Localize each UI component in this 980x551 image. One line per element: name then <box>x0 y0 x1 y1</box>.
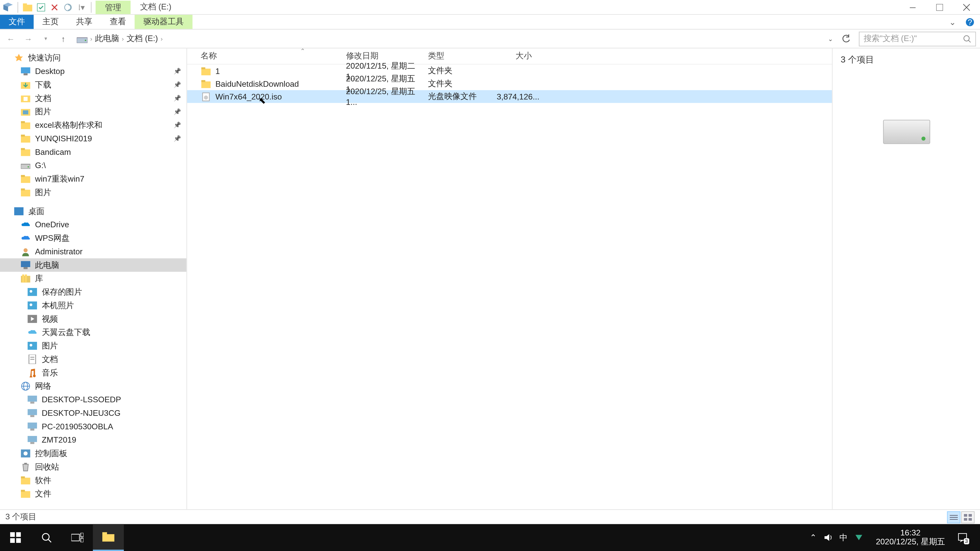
nav-item-desktop-lssoedp[interactable]: DESKTOP-LSSOEDP <box>0 393 186 407</box>
breadcrumb-root[interactable]: 此电脑 <box>95 33 119 44</box>
ribbon-view[interactable]: 查看 <box>101 15 135 29</box>
nav-item-win7-win7[interactable]: win7重装win7 <box>0 172 186 186</box>
nav-item--[interactable]: 文档 <box>0 353 186 366</box>
refresh-button[interactable] <box>837 34 855 43</box>
nav-item--[interactable]: 图片📌 <box>0 105 186 118</box>
nav-item--[interactable]: 文档📌 <box>0 92 186 105</box>
up-button[interactable]: ↑ <box>57 34 70 43</box>
nav-item-bandicam[interactable]: Bandicam <box>0 145 186 159</box>
search-button[interactable] <box>31 524 62 551</box>
qat-close-icon[interactable] <box>49 2 60 13</box>
close-button[interactable] <box>953 0 980 14</box>
tray-app-icon[interactable] <box>854 533 864 542</box>
nav-item-desktop-njeu3cg[interactable]: DESKTOP-NJEU3CG <box>0 407 186 420</box>
ribbon-home[interactable]: 主页 <box>34 15 67 29</box>
minimize-button[interactable]: ─ <box>899 0 926 14</box>
nav-item--[interactable]: 天翼云盘下载 <box>0 326 186 339</box>
nav-item-wps-[interactable]: WPS网盘 <box>0 231 186 245</box>
breadcrumb[interactable]: › 此电脑 › 文档 (E:) › <box>74 33 824 44</box>
col-size[interactable]: 大小 <box>496 51 537 62</box>
navigation-pane[interactable]: 快速访问Desktop📌下载📌文档📌图片📌excel表格制作求和📌YUNQISH… <box>0 48 187 510</box>
svg-point-40 <box>30 303 32 306</box>
iso-icon <box>200 91 211 102</box>
col-date[interactable]: 修改日期 <box>346 51 428 62</box>
help-icon[interactable]: ? <box>960 17 980 27</box>
ribbon-drive-tools[interactable]: 驱动器工具 <box>135 15 192 29</box>
cloud-icon <box>27 327 38 338</box>
nav-item--[interactable]: 库 <box>0 272 186 285</box>
taskbar-clock[interactable]: 16:32 2020/12/25, 星期五 <box>870 529 950 546</box>
nav-item--[interactable]: 图片 <box>0 186 186 199</box>
tray-chevron-icon[interactable]: ⌃ <box>810 533 816 542</box>
nav-item-yunqishi2019[interactable]: YUNQISHI2019📌 <box>0 132 186 145</box>
qat-folder-icon[interactable] <box>22 2 33 13</box>
nav-item--[interactable]: 控制面板 <box>0 447 186 460</box>
maximize-button[interactable] <box>926 0 953 14</box>
nav-item-pc-20190530obla[interactable]: PC-20190530OBLA <box>0 420 186 433</box>
folder-icon <box>20 489 31 499</box>
breadcrumb-drive[interactable]: 文档 (E:) <box>127 33 158 44</box>
col-name[interactable]: 名称⌃ <box>198 51 346 62</box>
nav-item-g-[interactable]: G:\ <box>0 159 186 172</box>
nav-item-zmt2019[interactable]: ZMT2019 <box>0 433 186 447</box>
task-view-button[interactable] <box>62 524 93 551</box>
nav-item-onedrive[interactable]: OneDrive <box>0 218 186 232</box>
volume-icon[interactable] <box>823 533 833 542</box>
nav-item--[interactable]: 回收站 <box>0 460 186 474</box>
svg-rect-80 <box>10 538 15 543</box>
ime-indicator[interactable]: 中 <box>839 532 848 543</box>
window-title: 文档 (E:) <box>130 0 181 14</box>
search-input[interactable]: 搜索"文档 (E:)" <box>859 32 976 46</box>
file-row[interactable]: BaiduNetdiskDownload2020/12/25, 星期五 1...… <box>187 77 832 90</box>
svg-point-31 <box>24 248 27 252</box>
star-icon <box>14 52 24 63</box>
ribbon-share[interactable]: 共享 <box>67 15 101 29</box>
notifications-button[interactable]: 3 <box>957 532 968 543</box>
nav-item-excel-[interactable]: excel表格制作求和📌 <box>0 118 186 132</box>
nav-item--[interactable]: 桌面 <box>0 205 186 218</box>
col-type[interactable]: 类型 <box>428 51 496 62</box>
view-details-button[interactable] <box>947 511 961 523</box>
nav-item--[interactable]: 本机照片 <box>0 299 186 312</box>
view-large-button[interactable] <box>961 511 975 523</box>
address-dropdown-icon[interactable]: ⌄ <box>828 35 833 42</box>
file-row[interactable]: Win7x64_2020.iso2020/12/25, 星期五 1...光盘映像… <box>187 90 832 103</box>
chevron-right-icon[interactable]: › <box>90 35 92 42</box>
status-item-count: 3 个项目 <box>5 511 36 523</box>
svg-rect-81 <box>16 538 21 543</box>
start-button[interactable] <box>0 524 31 551</box>
nav-item-administrator[interactable]: Administrator <box>0 245 186 259</box>
nav-item--[interactable]: 音乐 <box>0 366 186 380</box>
explorer-taskbar-button[interactable] <box>93 524 124 551</box>
nav-item--[interactable]: 网络 <box>0 380 186 393</box>
sort-asc-icon: ⌃ <box>300 48 305 54</box>
svg-rect-63 <box>21 491 30 498</box>
nav-item--[interactable]: 此电脑 <box>0 259 186 272</box>
recent-dropdown-icon[interactable]: ▾ <box>39 36 52 42</box>
qat-share-icon[interactable] <box>62 2 73 13</box>
nav-item--[interactable]: 视频 <box>0 312 186 326</box>
nav-item--[interactable]: 文件 <box>0 487 186 500</box>
context-tab-manage[interactable]: 管理 <box>96 1 130 14</box>
search-icon[interactable] <box>963 35 971 43</box>
back-button[interactable]: ← <box>4 34 18 43</box>
ribbon-file[interactable]: 文件 <box>0 15 34 29</box>
svg-rect-78 <box>10 532 15 537</box>
file-row[interactable]: 12020/12/15, 星期二 1...文件夹 <box>187 65 832 77</box>
drive-icon <box>20 160 31 171</box>
nav-item-desktop[interactable]: Desktop📌 <box>0 65 186 78</box>
nav-item--[interactable]: 软件 <box>0 474 186 487</box>
nav-item--[interactable]: 图片 <box>0 339 186 353</box>
ribbon-collapse-icon[interactable]: ⌄ <box>945 17 960 27</box>
app-icon[interactable] <box>3 2 14 13</box>
nav-item--[interactable]: 保存的图片 <box>0 285 186 299</box>
nav-item--[interactable]: 快速访问 <box>0 51 186 65</box>
chevron-right-icon[interactable]: › <box>122 35 124 42</box>
pin-icon: 📌 <box>173 108 181 115</box>
qat-dropdown-icon[interactable]: ⁞▾ <box>76 2 87 13</box>
chevron-right-icon[interactable]: › <box>161 35 162 42</box>
folder-icon <box>20 147 31 157</box>
nav-item--[interactable]: 下载📌 <box>0 78 186 92</box>
cp-icon <box>20 448 31 459</box>
qat-properties-icon[interactable] <box>36 2 46 13</box>
